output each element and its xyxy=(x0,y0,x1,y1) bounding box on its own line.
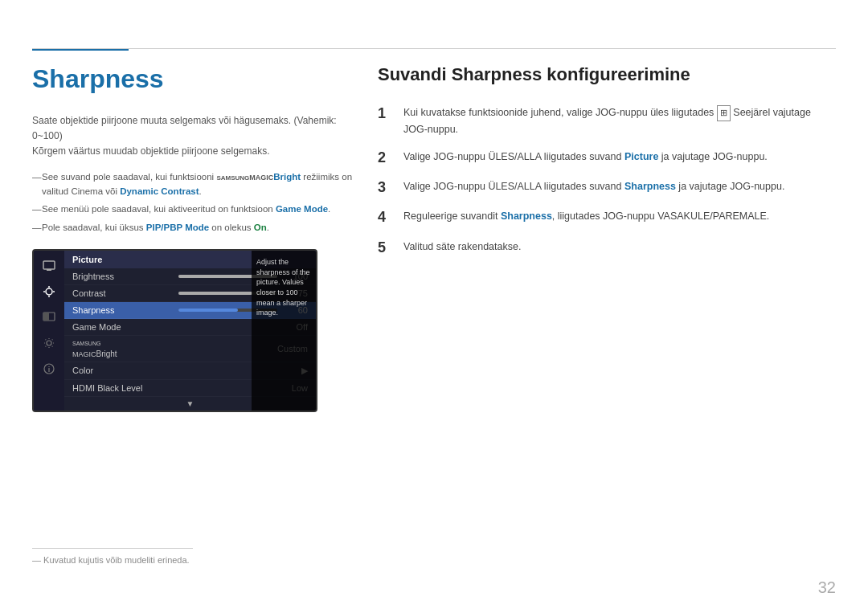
step-5: 5 Valitud säte rakendatakse. xyxy=(378,239,836,257)
svg-point-2 xyxy=(46,288,52,295)
step2-highlight: Picture xyxy=(624,151,658,162)
step-4: 4 Reguleerige suvandit Sharpness, liigut… xyxy=(378,208,836,227)
step4-highlight: Sharpness xyxy=(501,210,552,222)
icon-grid: ⊞ xyxy=(717,105,731,121)
magic-label: MAGIC xyxy=(249,174,273,182)
svg-rect-0 xyxy=(43,261,55,269)
bright-label: Bright xyxy=(273,172,301,182)
step-2: 2 Valige JOG-nuppu ÜLES/ALLA liigutades … xyxy=(378,149,836,167)
bottom-divider xyxy=(32,548,193,549)
on-label: On xyxy=(254,223,267,232)
step-1: 1 Kui kuvatakse funktsioonide juhend, va… xyxy=(378,104,836,137)
pip-mode-label: PIP/PBP Mode xyxy=(146,223,209,232)
note-3: Pole saadaval, kui üksus PIP/PBP Mode on… xyxy=(32,220,362,235)
top-divider xyxy=(32,48,836,49)
sidebar-icon-info: i xyxy=(40,360,58,378)
game-mode-label: Game Mode xyxy=(276,204,328,214)
sidebar-icon-brightness xyxy=(40,283,58,300)
sidebar-icons: i xyxy=(34,251,64,411)
samsung-label: SAMSUNG xyxy=(216,174,249,182)
note-2: See menüü pole saadaval, kui aktiveeritu… xyxy=(32,202,362,216)
steps-list: 1 Kui kuvatakse funktsioonide juhend, va… xyxy=(378,104,836,257)
right-column: Suvandi Sharpness konfigureerimine 1 Kui… xyxy=(378,56,836,565)
sidebar-icon-monitor xyxy=(40,257,58,275)
svg-rect-1 xyxy=(47,269,51,271)
svg-text:i: i xyxy=(48,366,51,374)
svg-rect-8 xyxy=(43,313,49,321)
left-column: Sharpness Saate objektide piirjoone muut… xyxy=(32,56,362,565)
step-3: 3 Valige JOG-nuppu ÜLES/ALLA liigutades … xyxy=(378,178,836,197)
step3-highlight: Sharpness xyxy=(624,181,676,192)
svg-point-9 xyxy=(47,341,51,345)
description: Saate objektide piirjoone muuta selgemak… xyxy=(32,113,362,160)
sidebar-icon-settings xyxy=(40,334,58,352)
page-title: Sharpness xyxy=(32,64,362,94)
dynamic-contrast-label: Dynamic Contrast xyxy=(120,186,199,196)
tooltip-box: Adjust the sharpness of the picture. Val… xyxy=(252,251,316,411)
page-number: 32 xyxy=(818,578,836,597)
note-1: See suvand pole saadaval, kui funktsioon… xyxy=(32,170,362,199)
bottom-note: ― Kuvatud kujutis võib mudeliti erineda. xyxy=(32,555,190,565)
sidebar-icon-contrast xyxy=(40,309,58,326)
monitor-screenshot: i Picture Brightness 100 Contrast xyxy=(32,249,317,412)
section-title: Suvandi Sharpness konfigureerimine xyxy=(378,64,836,85)
